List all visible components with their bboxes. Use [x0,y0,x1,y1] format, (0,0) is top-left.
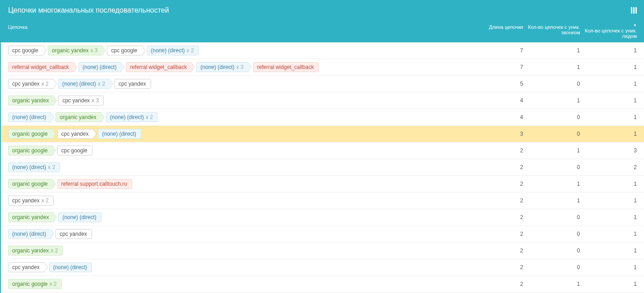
chain-tag[interactable]: cpc yandex [57,129,94,139]
col-calls: 0 [523,214,580,220]
table-row[interactable]: organic yandexx 2201 [1,243,644,259]
chain-cell: (none) (direct)cpc yandex [8,228,466,240]
chain-tag[interactable]: cpc yandex [8,262,45,272]
chain-tag[interactable]: (none) (direct)x 2 [58,79,110,89]
table-row[interactable]: (none) (direct)organic yandex(none) (dir… [1,109,644,126]
chain-cell: cpc yandexx 2 [8,195,466,206]
chain-tag[interactable]: (none) (direct)x 2 [8,162,60,172]
col-calls: 1 [523,47,580,54]
col-calls: 1 [523,181,580,187]
chain-tag[interactable]: (none) (direct)x 3 [196,62,248,72]
chain-tag[interactable]: cpc yandex [115,79,151,89]
col-calls: 0 [523,131,580,137]
table-row[interactable]: organic googlecpc google213 [1,142,644,159]
chain-tag[interactable]: (none) (direct) [8,112,51,122]
chain-tag-multiplier: x 2 [50,281,57,287]
table-row[interactable]: organic googlereferral support.calltouch… [1,176,644,192]
chain-tag[interactable]: (none) (direct) [58,212,101,222]
col-header-length[interactable]: Длина цепочки [466,24,523,39]
chain-cell: referral widget_callback(none) (direct)r… [8,61,466,73]
col-length: 7 [466,64,523,70]
table-row[interactable]: organic yandexcpc yandexx 3411 [1,92,644,109]
table-row[interactable]: organic googlex 2211 [1,276,644,293]
chain-tag[interactable]: (none) (direct)x 2 [147,46,199,55]
col-header-leads[interactable]: ▼ Кол-во цепочек с уник. лидом [580,24,637,39]
col-calls: 0 [523,231,580,237]
chain-tag[interactable]: (none) (direct)x 2 [106,112,158,122]
chain-tag[interactable]: organic yandex [8,212,54,222]
chain-tag[interactable]: cpc yandexx 2 [8,196,54,206]
table-header-row: Цепочка Длина цепочки Кол-во цепочек с у… [1,21,644,42]
chain-tag[interactable]: referral widget_callback [253,62,319,72]
col-length: 2 [466,247,523,254]
col-calls: 0 [523,81,580,87]
chain-tag[interactable]: organic yandex [55,112,101,122]
col-leads: 1 [580,47,637,54]
table-row[interactable]: organic yandex(none) (direct)201 [1,209,644,226]
chain-tag[interactable]: cpc yandexx 2 [8,79,54,89]
columns-icon[interactable] [631,7,637,14]
col-calls: 0 [523,164,580,170]
chain-cell: cpc yandex(none) (direct) [8,261,466,273]
chain-tag-multiplier: x 3 [92,97,99,104]
sort-desc-icon: ▼ [584,24,637,27]
col-leads: 3 [580,147,637,154]
col-leads: 1 [580,81,637,87]
col-leads: 1 [580,231,637,237]
col-length: 7 [466,47,523,54]
chain-tag[interactable]: organic googlex 2 [8,279,62,289]
chain-tag[interactable]: organic google [8,146,53,156]
chain-tag-multiplier: x 2 [146,114,153,120]
chain-cell: organic googlereferral support.calltouch… [8,178,466,190]
table-row[interactable]: referral widget_callback(none) (direct)r… [1,59,644,76]
chain-tag[interactable]: (none) (direct) [8,229,51,239]
col-calls: 1 [523,64,580,70]
chain-tag[interactable]: cpc google [57,146,92,156]
col-calls: 0 [523,114,580,120]
chain-tag[interactable]: organic google [8,179,53,189]
table-row[interactable]: cpc yandexx 2(none) (direct)x 2cpc yande… [1,76,644,92]
chain-tag[interactable]: referral widget_callback [126,62,192,72]
chain-tag[interactable]: referral widget_callback [8,62,74,72]
table-body: cpc googleorganic yandexx 3cpc google(no… [1,42,644,293]
table-row[interactable]: cpc yandexx 2211 [1,192,644,209]
chain-tag[interactable]: (none) (direct) [98,129,141,139]
chain-tag[interactable]: organic yandexx 3 [48,46,102,55]
col-length: 4 [466,114,523,120]
chain-tag[interactable]: (none) (direct) [49,262,92,272]
chain-tag[interactable]: cpc yandex [55,229,92,239]
chain-tag-multiplier: x 2 [48,164,55,170]
col-leads: 1 [580,181,637,187]
col-length: 5 [466,81,523,87]
chain-tag[interactable]: (none) (direct) [78,62,121,72]
col-leads: 1 [580,281,637,287]
col-leads: 2 [580,164,637,170]
chain-tag-multiplier: x 2 [51,247,58,254]
col-calls: 1 [523,281,580,287]
chain-tag[interactable]: cpc yandexx 3 [58,96,104,105]
col-length: 3 [466,131,523,137]
chain-tag-multiplier: x 2 [98,81,105,87]
col-leads: 1 [580,64,637,70]
col-length: 2 [466,281,523,287]
chain-tag-multiplier: x 3 [236,64,244,70]
col-length: 2 [466,197,523,204]
table-row[interactable]: (none) (direct)cpc yandex201 [1,226,644,243]
table-row[interactable]: cpc yandex(none) (direct)201 [1,259,644,276]
chain-cell: cpc googleorganic yandexx 3cpc google(no… [8,45,466,56]
chain-cell: organic googlecpc google [8,145,466,156]
table-row[interactable]: organic googlecpc yandex(none) (direct)3… [1,126,644,142]
chain-tag[interactable]: cpc google [8,46,43,55]
table-row[interactable]: cpc googleorganic yandexx 3cpc google(no… [1,42,644,59]
chain-tag[interactable]: cpc google [107,46,142,55]
chain-cell: organic googlecpc yandex(none) (direct) [8,128,466,140]
chain-tag[interactable]: referral support.calltouch.ru [57,179,132,189]
chain-tag[interactable]: organic yandex [8,96,54,105]
table-row[interactable]: (none) (direct)x 2202 [1,159,644,176]
chain-tag[interactable]: organic google [8,129,53,139]
col-leads: 1 [580,197,637,204]
chain-tag-multiplier: x 3 [90,47,97,54]
chain-tag[interactable]: organic yandexx 2 [8,246,63,256]
col-header-chain[interactable]: Цепочка [8,24,466,39]
col-header-calls[interactable]: Кол-во цепочек с уник. звонком [523,24,580,39]
